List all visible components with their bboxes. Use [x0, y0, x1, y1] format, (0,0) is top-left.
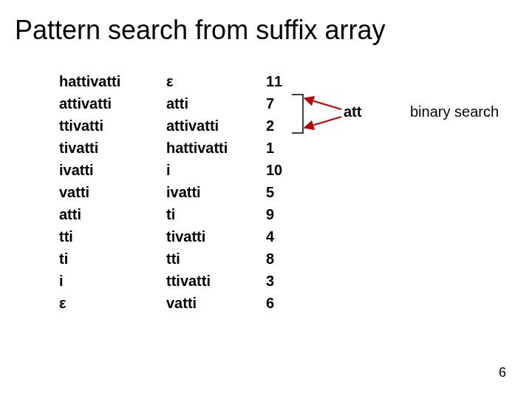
- list-item: 3: [266, 270, 292, 292]
- list-item: atti: [166, 92, 255, 115]
- list-item: 1: [266, 137, 292, 159]
- list-item: tivatti: [166, 225, 255, 248]
- list-item: i: [166, 159, 255, 181]
- list-item: 5: [266, 181, 292, 203]
- list-item: tivatti: [59, 137, 163, 159]
- binary-search-label: binary search: [410, 103, 499, 120]
- slide-title: Pattern search from suffix array: [15, 15, 386, 46]
- list-item: ttivatti: [166, 270, 255, 292]
- list-item: tti: [166, 248, 255, 270]
- suffix-array-indices: 11 7 2 1 10 5 9 4 8 3 6: [266, 70, 292, 314]
- list-item: atti: [59, 203, 163, 225]
- list-item: ti: [166, 203, 255, 225]
- list-item: hattivatti: [166, 137, 255, 159]
- svg-line-1: [304, 117, 341, 128]
- page-number: 6: [499, 365, 506, 381]
- list-item: attivatti: [166, 115, 255, 137]
- list-item: vatti: [59, 181, 163, 203]
- list-item: 11: [266, 70, 292, 92]
- list-item: 6: [266, 292, 292, 314]
- list-item: tti: [59, 225, 163, 248]
- suffix-list-sorted: ε atti attivatti hattivatti i ivatti ti …: [166, 70, 255, 314]
- svg-line-0: [304, 98, 341, 109]
- list-item: ε: [59, 292, 163, 314]
- list-item: i: [59, 270, 163, 292]
- search-pattern-label: att: [344, 103, 361, 120]
- list-item: 2: [266, 115, 292, 137]
- list-item: 10: [266, 159, 292, 181]
- list-item: 8: [266, 248, 292, 270]
- list-item: attivatti: [59, 92, 163, 115]
- list-item: ivatti: [166, 181, 255, 203]
- list-item: 9: [266, 203, 292, 225]
- list-item: 7: [266, 92, 292, 115]
- suffix-list-original: hattivatti attivatti ttivatti tivatti iv…: [59, 70, 163, 314]
- list-item: ivatti: [59, 159, 163, 181]
- list-item: ttivatti: [59, 115, 163, 137]
- list-item: ε: [166, 70, 255, 92]
- list-item: hattivatti: [59, 70, 163, 92]
- list-item: vatti: [166, 292, 255, 314]
- list-item: ti: [59, 248, 163, 270]
- list-item: 4: [266, 225, 292, 248]
